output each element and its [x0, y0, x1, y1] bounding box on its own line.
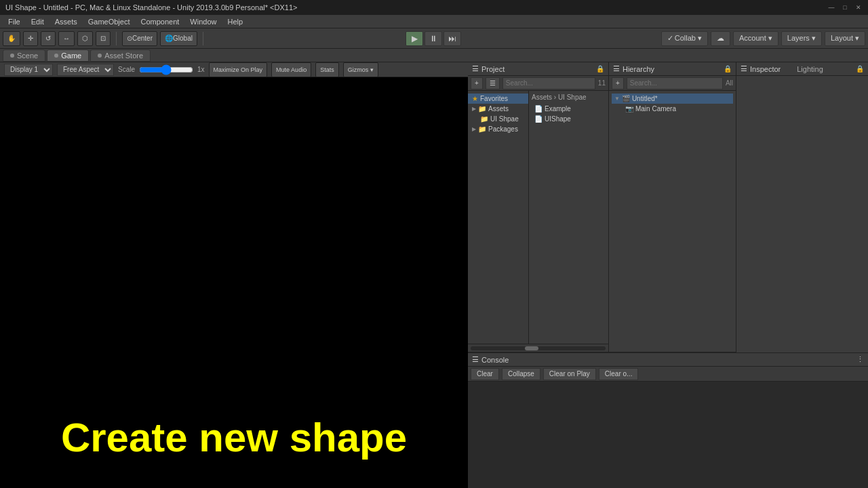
folder-favorites[interactable]: ★ Favorites [468, 94, 528, 104]
console-menu[interactable]: ⋮ [856, 355, 864, 364]
project-lock[interactable]: 🔒 [596, 65, 604, 73]
project-icon: ☰ [472, 64, 479, 73]
project-add-btn[interactable]: + [471, 77, 483, 89]
mute-audio[interactable]: Mute Audio [271, 62, 311, 77]
pause-button[interactable]: ⏸ [425, 31, 442, 46]
space-toggle[interactable]: 🌐 Global [160, 31, 197, 46]
console-clear-on-play-btn[interactable]: Clear on Play [543, 368, 596, 380]
toolbar-right: ✓ Collab ▾ ☁ Account ▾ Layers ▾ Layout ▾ [661, 31, 865, 46]
project-scrollbar[interactable] [468, 344, 608, 352]
tab-game[interactable]: Game [47, 49, 89, 62]
play-button[interactable]: ▶ [406, 31, 423, 46]
example-label: Example [545, 105, 571, 113]
stats-button[interactable]: Stats [315, 62, 339, 77]
inspector-content [736, 76, 868, 352]
project-header: ☰ Project 🔒 [468, 62, 608, 76]
console-icon: ☰ [472, 355, 479, 364]
cloud-button[interactable]: ☁ [711, 31, 730, 46]
title-bar: UI Shape - Untitled - PC, Mac & Linux St… [0, 0, 868, 15]
menu-help[interactable]: Help [222, 16, 248, 27]
scale-label: Scale [118, 66, 135, 73]
asset-uishape[interactable]: 📄 UIShape [532, 114, 606, 124]
hierarchy-scene[interactable]: ▼ 🎬 Untitled* [612, 94, 733, 104]
menu-component[interactable]: Component [135, 16, 184, 27]
hierarchy-panel: ☰ Hierarchy 🔒 + All ▼ 🎬 Untitled* [609, 62, 736, 352]
project-search[interactable] [502, 77, 595, 89]
maximize-button[interactable]: □ [841, 3, 849, 12]
menu-edit[interactable]: Edit [26, 16, 50, 27]
gizmos-button[interactable]: Gizmos ▾ [343, 62, 378, 77]
right-panel: ☰ Project 🔒 + ☰ 11 ★ Favorites [468, 62, 868, 488]
menu-window[interactable]: Window [184, 16, 222, 27]
scale-value: 1x [197, 66, 205, 73]
console-clear-o-btn[interactable]: Clear o... [599, 368, 639, 380]
main-layout: Display 1 Free Aspect Scale 1x Maximize … [0, 62, 868, 488]
display-select[interactable]: Display 1 [4, 64, 53, 76]
play-controls: ▶ ⏸ ⏭ [209, 31, 658, 46]
project-title: Project [481, 65, 505, 73]
tool-hand[interactable]: ✋ [3, 31, 20, 46]
menu-file[interactable]: File [3, 16, 26, 27]
inspector-lock[interactable]: 🔒 [856, 65, 864, 73]
toolbar: ✋ ✛ ↺ ↔ ⬡ ⊡ ⊙ Center 🌐 Global ▶ ⏸ ⏭ ✓ Co… [0, 28, 868, 49]
asset-dot [98, 54, 102, 58]
scrollbar-thumb[interactable] [525, 346, 538, 350]
scrollbar-track [471, 346, 606, 350]
menu-bar: File Edit Assets GameObject Component Wi… [0, 15, 868, 28]
viewport-big-text: Create new shape [0, 414, 468, 461]
inspector-header: ☰ Inspector Lighting 🔒 [736, 62, 868, 76]
tool-move[interactable]: ✛ [23, 31, 38, 46]
packages-expand: ▶ [472, 126, 476, 132]
scale-slider[interactable] [139, 65, 193, 75]
ui-shpae-icon: 📁 [480, 115, 488, 123]
hierarchy-content: ▼ 🎬 Untitled* 📷 Main Camera [609, 91, 736, 352]
console-clear-btn[interactable]: Clear [471, 368, 499, 380]
collab-button[interactable]: ✓ Collab ▾ [661, 31, 708, 46]
folder-assets[interactable]: ▶ 📁 Assets [468, 104, 528, 114]
inspector-icon: ☰ [741, 64, 747, 73]
packages-label: Packages [488, 125, 518, 133]
pivot-toggle[interactable]: ⊙ Center [122, 31, 157, 46]
tool-rect[interactable]: ⬡ [77, 31, 93, 46]
folder-ui-shpae[interactable]: 📁 UI Shpae [468, 114, 528, 124]
assets-icon: 📁 [478, 105, 486, 113]
hierarchy-add-btn[interactable]: + [612, 77, 624, 89]
scene-icon: 🎬 [622, 95, 630, 102]
hierarchy-toolbar: + All [609, 76, 736, 91]
maximize-on-play[interactable]: Maximize On Play [209, 62, 268, 77]
project-assets-view: Assets › UI Shpae 📄 Example 📄 UIShape [529, 91, 608, 344]
account-button[interactable]: Account ▾ [733, 31, 778, 46]
tab-scene[interactable]: Scene [3, 49, 45, 62]
packages-icon: 📁 [478, 125, 486, 133]
tab-game-label: Game [61, 52, 81, 60]
console-collapse-btn[interactable]: Collapse [502, 368, 540, 380]
step-button[interactable]: ⏭ [443, 31, 461, 46]
menu-gameobject[interactable]: GameObject [83, 16, 136, 27]
tool-transform[interactable]: ⊡ [96, 31, 111, 46]
tab-asset-store[interactable]: Asset Store [90, 49, 151, 62]
aspect-select[interactable]: Free Aspect [57, 64, 114, 76]
camera-icon: 📷 [625, 105, 633, 113]
window-controls: — □ ✕ [827, 3, 863, 12]
hierarchy-search[interactable] [627, 77, 723, 89]
asset-example[interactable]: 📄 Example [532, 104, 606, 114]
menu-assets[interactable]: Assets [50, 16, 83, 27]
folder-packages[interactable]: ▶ 📁 Packages [468, 124, 528, 134]
hierarchy-main-camera[interactable]: 📷 Main Camera [612, 104, 733, 114]
lighting-tab-label[interactable]: Lighting [797, 65, 823, 73]
project-count: 11 [598, 79, 606, 87]
hierarchy-lock[interactable]: 🔒 [724, 65, 732, 73]
close-button[interactable]: ✕ [854, 3, 863, 12]
layout-button[interactable]: Layout ▾ [825, 31, 865, 46]
console-content [468, 382, 868, 488]
layers-button[interactable]: Layers ▾ [781, 31, 822, 46]
tool-rotate[interactable]: ↺ [41, 31, 56, 46]
tool-scale[interactable]: ↔ [58, 31, 75, 46]
assets-label: Assets [488, 105, 509, 113]
middle-panels: ☰ Project 🔒 + ☰ 11 ★ Favorites [468, 62, 868, 352]
scene-name: Untitled* [632, 95, 658, 102]
hierarchy-icon: ☰ [613, 64, 620, 73]
minimize-button[interactable]: — [827, 3, 835, 12]
project-menu-btn[interactable]: ☰ [486, 77, 500, 89]
project-tree: ★ Favorites ▶ 📁 Assets 📁 UI Shpae [468, 91, 529, 344]
